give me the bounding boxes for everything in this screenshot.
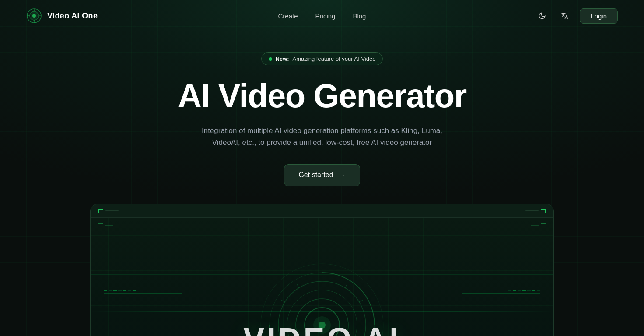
logo-icon xyxy=(26,8,42,24)
svg-point-2 xyxy=(32,14,36,18)
nav-links: Create Pricing Blog xyxy=(278,12,366,20)
navbar: Video AI One Create Pricing Blog Login xyxy=(0,0,644,32)
hero-subtitle: Integration of multiple AI video generat… xyxy=(191,125,453,148)
translate-button[interactable] xyxy=(557,8,573,24)
tech-line-right xyxy=(462,293,540,294)
badge-dot xyxy=(269,57,272,61)
svg-line-26 xyxy=(359,300,363,302)
cta-label: Get started xyxy=(298,171,333,179)
brand-name: Video AI One xyxy=(47,11,98,21)
badge-prefix: New: xyxy=(276,56,289,62)
mid-line xyxy=(91,312,553,312)
corner-decoration-tl xyxy=(98,223,113,228)
nav-link-create[interactable]: Create xyxy=(278,12,298,20)
svg-line-25 xyxy=(345,284,347,288)
arrow-icon: → xyxy=(338,171,346,180)
corner-decoration-tr xyxy=(531,223,546,228)
nav-brand: Video AI One xyxy=(26,8,98,24)
demo-topbar xyxy=(91,204,553,218)
demo-controls-left xyxy=(98,209,119,213)
nav-actions: Login xyxy=(534,8,618,24)
data-indicator-left xyxy=(104,290,136,291)
data-indicator-right xyxy=(508,290,540,291)
login-button[interactable]: Login xyxy=(580,8,618,24)
announcement-badge: New: Amazing feature of your AI Video xyxy=(261,52,383,65)
demo-brand-text: VIDEO AI ONE xyxy=(206,321,438,336)
tech-line-left xyxy=(104,293,182,294)
hero-section: New: Amazing feature of your AI Video AI… xyxy=(0,32,644,186)
svg-line-24 xyxy=(281,300,285,302)
demo-controls-right xyxy=(525,209,546,213)
svg-line-23 xyxy=(297,284,299,288)
dark-mode-toggle[interactable] xyxy=(534,8,550,24)
nav-link-pricing[interactable]: Pricing xyxy=(315,12,336,20)
demo-brand-overlay: VIDEO AI ONE xyxy=(206,321,438,336)
nav-link-blog[interactable]: Blog xyxy=(353,12,366,20)
get-started-button[interactable]: Get started → xyxy=(284,164,360,186)
badge-text: Amazing feature of your AI Video xyxy=(293,56,376,62)
hero-title: AI Video Generator xyxy=(178,77,466,114)
demo-body: VIDEO AI ONE xyxy=(91,218,553,336)
demo-screen: VIDEO AI ONE xyxy=(90,204,554,336)
